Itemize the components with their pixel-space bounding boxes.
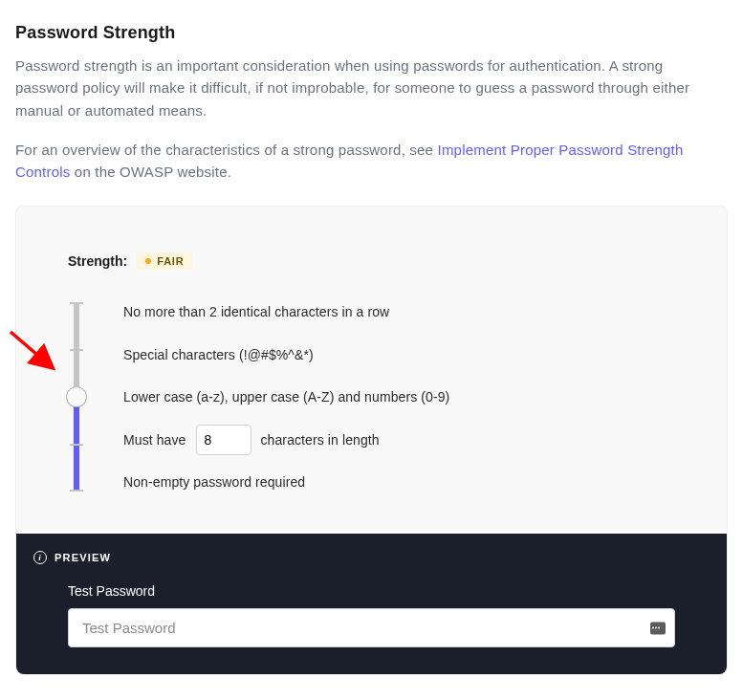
description-text: Password strength is an important consid… <box>15 55 728 121</box>
level-min-length: Must have characters in length <box>123 430 449 449</box>
overview-suffix: on the OWASP website. <box>70 164 231 180</box>
min-length-prefix: Must have <box>123 432 186 448</box>
min-length-input[interactable] <box>196 425 251 455</box>
strength-label: Strength: <box>68 253 127 269</box>
badge-dot-icon <box>145 258 151 264</box>
level-case-numbers: Lower case (a-z), upper case (A-Z) and n… <box>123 387 449 406</box>
info-icon: i <box>33 551 47 564</box>
overview-prefix: For an overview of the characteristics o… <box>15 142 438 158</box>
slider-thumb[interactable] <box>66 386 87 407</box>
preview-panel: i PREVIEW Test Password <box>16 534 727 674</box>
level-identical-chars: No more than 2 identical characters in a… <box>123 302 449 321</box>
min-length-suffix: characters in length <box>261 432 380 448</box>
test-password-input[interactable] <box>68 608 675 647</box>
level-special-chars: Special characters (!@#$%^&*) <box>123 345 449 364</box>
page-title: Password Strength <box>15 23 728 43</box>
strength-badge-text: FAIR <box>157 255 184 267</box>
strength-badge: FAIR <box>137 252 192 270</box>
strength-slider[interactable] <box>68 302 85 492</box>
reveal-password-icon[interactable] <box>650 622 666 634</box>
overview-text: For an overview of the characteristics o… <box>15 139 728 184</box>
preview-header-text: PREVIEW <box>55 552 111 563</box>
password-strength-card: Strength: FAIR No more than 2 identical … <box>15 206 728 675</box>
level-non-empty: Non-empty password required <box>123 472 449 492</box>
test-password-label: Test Password <box>68 583 675 599</box>
